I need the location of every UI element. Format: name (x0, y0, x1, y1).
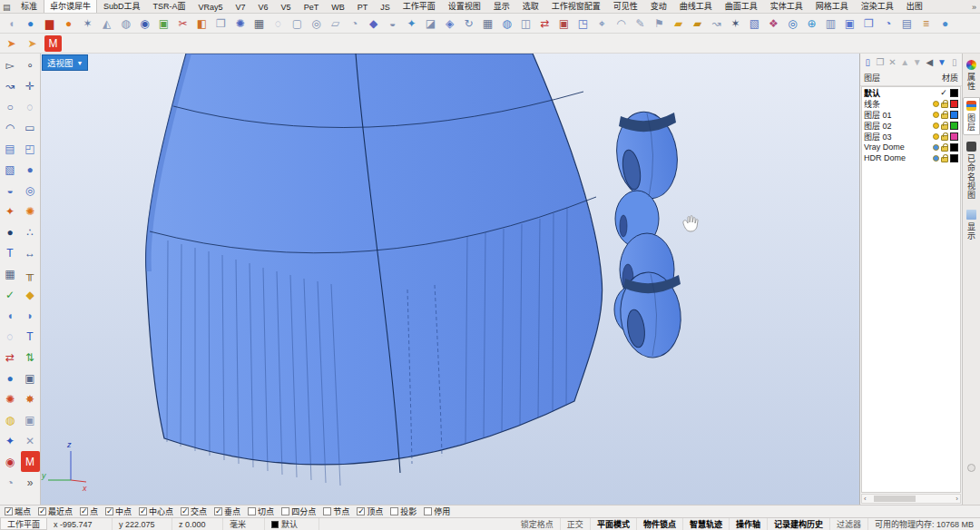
tab-surface-tools[interactable]: 曲面工具 (719, 0, 764, 13)
tab-properties[interactable]: 属性 (963, 56, 980, 94)
collapse-icon[interactable]: ◀ (925, 58, 935, 67)
layer-lock-icon[interactable] (941, 157, 948, 162)
tab-display[interactable]: 显示 (963, 206, 980, 244)
gauge-icon[interactable]: ◫ (517, 15, 534, 32)
sphere-icon[interactable]: ● (21, 159, 40, 180)
swirl-icon[interactable]: ◉ (136, 15, 153, 32)
orange-ball-icon[interactable]: ● (60, 15, 77, 32)
plane-icon[interactable]: ▱ (327, 15, 344, 32)
tab-overflow-chevron-icon[interactable]: » (970, 3, 980, 13)
layer-lock-icon[interactable] (941, 124, 948, 130)
pen-icon[interactable]: ✎ (632, 15, 649, 32)
duplicate-layer-icon[interactable]: ❐ (876, 58, 886, 67)
blue-ball-icon[interactable]: ● (1, 368, 20, 388)
toggle-grid-snap[interactable]: 锁定格点 (514, 518, 561, 530)
tab-mesh-tools[interactable]: 网格工具 (809, 0, 855, 13)
torus-icon[interactable]: ◎ (21, 180, 40, 201)
tab-select[interactable]: 选取 (516, 0, 545, 13)
osnap-checkbox[interactable] (105, 507, 113, 515)
kettle-icon[interactable]: ◍ (117, 15, 134, 32)
report-icon[interactable]: ▯ (949, 58, 959, 67)
tab-wb[interactable]: WB (325, 1, 351, 13)
grid-array-icon[interactable]: ▦ (1, 263, 20, 284)
layer-color-swatch[interactable] (950, 132, 958, 141)
tab-v7[interactable]: V7 (230, 1, 252, 13)
tab-visibility[interactable]: 可见性 (607, 0, 644, 13)
array-icon[interactable]: ∴ (21, 221, 40, 242)
panel-icon[interactable]: ▣ (841, 15, 858, 32)
osnap-checkbox[interactable] (214, 507, 222, 515)
perspective-viewport[interactable]: 透视图 ▼ (41, 54, 859, 505)
tab-cplane[interactable]: 工作平面 (397, 0, 442, 13)
tab-set-view[interactable]: 设置视图 (442, 0, 487, 13)
frame-icon[interactable]: ▢ (289, 15, 306, 32)
filter-icon[interactable]: ▼ (937, 58, 947, 67)
x-clamp-icon[interactable]: ✕ (21, 430, 40, 451)
osnap-tangent[interactable]: 切点 (248, 505, 274, 517)
scroll-left-arrow-icon[interactable]: ‹ (862, 495, 868, 503)
explode-icon[interactable]: ✺ (21, 201, 40, 221)
box3d-icon[interactable]: ▧ (746, 15, 763, 32)
spiral-icon[interactable]: ◔ (1, 472, 20, 493)
layer-lines[interactable]: 线条 (862, 98, 960, 109)
surface-icon[interactable]: ▤ (1, 138, 20, 159)
osnap-checkbox[interactable] (38, 507, 46, 515)
layers-stack-icon[interactable]: ≡ (917, 15, 935, 32)
capsule-icon[interactable]: ◌ (1, 326, 20, 347)
folder-icon[interactable]: ▰ (670, 15, 687, 32)
osnap-checkbox[interactable] (80, 507, 88, 515)
layer-lock-icon[interactable] (941, 103, 948, 108)
osnap-intersection[interactable]: 交点 (181, 505, 207, 517)
osnap-checkbox[interactable] (390, 507, 398, 515)
red-brick-icon[interactable]: ▆ (41, 15, 58, 32)
tab-render-tools[interactable]: 渲染工具 (855, 0, 900, 13)
rectangle-icon[interactable]: ▭ (21, 117, 40, 138)
eraser-icon[interactable]: ◪ (422, 15, 439, 32)
notebook-icon[interactable]: ◳ (574, 15, 592, 32)
circle-icon[interactable]: ○ (1, 96, 20, 117)
tab-zhuoermo-rhino[interactable]: 卓尔谟犀牛 (44, 0, 97, 13)
scissors-icon[interactable]: ✂ (174, 15, 191, 32)
route-icon[interactable]: ↝ (708, 15, 725, 32)
control-point-curve-icon[interactable]: ↝ (1, 75, 20, 96)
walker-icon[interactable]: ✶ (727, 15, 744, 32)
layer-visibility-bulb-icon[interactable] (933, 112, 939, 118)
tab-layers[interactable]: 图层 (963, 97, 980, 135)
toggle-filter[interactable]: 过滤器 (830, 518, 868, 530)
layer-lock-icon[interactable] (941, 146, 948, 152)
shell-right-icon[interactable]: ◗ (21, 305, 40, 326)
sun-icon[interactable]: ✺ (1, 388, 20, 409)
arc-icon[interactable]: ◠ (1, 117, 20, 138)
shell-icon[interactable]: ◖ (3, 15, 20, 32)
osnap-checkbox[interactable] (248, 507, 256, 515)
spark-icon[interactable]: ✦ (403, 15, 420, 32)
osnap-vertex[interactable]: 顶点 (357, 505, 383, 517)
layer-03[interactable]: 图层 03 (862, 131, 960, 142)
tab-pt[interactable]: PT (351, 1, 375, 13)
toggle-planar[interactable]: 平面模式 (591, 518, 637, 530)
toggle-gumball[interactable]: 操作轴 (730, 518, 768, 530)
drum-icon[interactable]: ◒ (384, 15, 401, 32)
blue-ball-icon[interactable]: ● (936, 15, 954, 32)
sweep-icon[interactable]: ◰ (21, 138, 40, 159)
flame-icon[interactable]: ✸ (21, 388, 40, 409)
layer-visibility-bulb-icon[interactable] (933, 155, 939, 162)
m-plugin-icon[interactable]: M (21, 451, 40, 472)
tv-icon[interactable]: ▣ (555, 15, 573, 32)
tab-transform[interactable]: 变动 (644, 0, 673, 13)
tab-curve-tools[interactable]: 曲线工具 (673, 0, 719, 13)
osnap-midpoint[interactable]: 中点 (105, 505, 132, 517)
point-icon[interactable]: ∘ (21, 54, 40, 75)
tab-vray5[interactable]: VRay5 (192, 1, 230, 13)
rainbow-icon[interactable]: ◧ (193, 15, 211, 32)
clock2-icon[interactable]: ◔ (879, 15, 897, 32)
layer-lock-icon[interactable] (941, 135, 948, 141)
swap-red-icon[interactable]: ⇄ (1, 347, 20, 368)
ellipse-icon[interactable]: ◌ (21, 96, 40, 117)
cylinder-icon[interactable]: ◒ (1, 180, 20, 201)
osnap-checkbox[interactable] (357, 507, 365, 515)
dimension-icon[interactable]: ↔ (21, 242, 40, 263)
clamp-icon[interactable]: ╥ (21, 263, 40, 284)
osnap-quadrant[interactable]: 四分点 (281, 505, 316, 517)
vray-icon[interactable]: ◉ (1, 451, 20, 472)
